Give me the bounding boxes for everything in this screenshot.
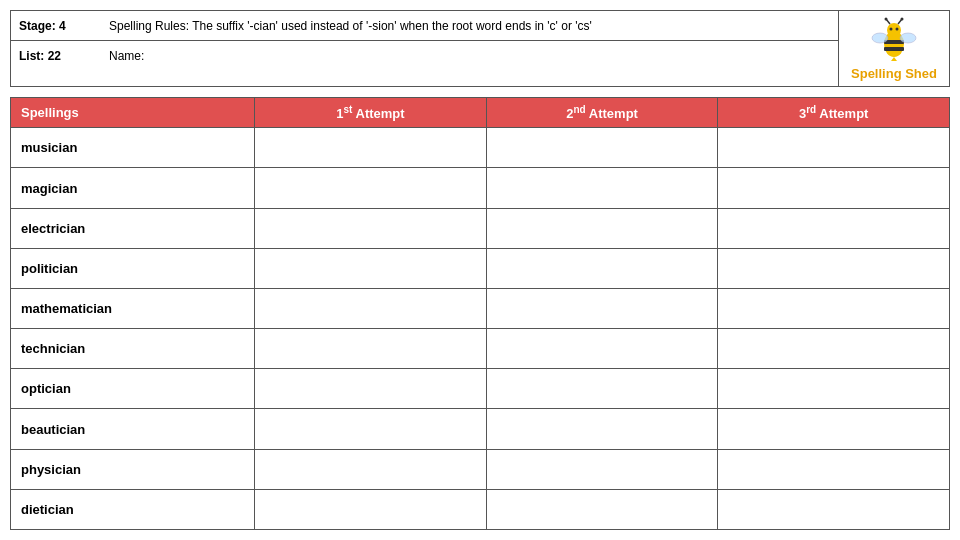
svg-point-11	[900, 33, 916, 43]
attempt1-cell	[255, 168, 487, 208]
attempt2-cell	[486, 409, 718, 449]
attempt3-cell	[718, 208, 950, 248]
attempt1-cell	[255, 449, 487, 489]
attempt2-cell	[486, 489, 718, 529]
spelling-word: electrician	[11, 208, 255, 248]
spelling-word: beautician	[11, 409, 255, 449]
spelling-word: optician	[11, 369, 255, 409]
attempt1-cell	[255, 489, 487, 529]
attempt3-cell	[718, 369, 950, 409]
table-row: dietician	[11, 489, 950, 529]
spelling-word: musician	[11, 128, 255, 168]
table-row: beautician	[11, 409, 950, 449]
attempt2-cell	[486, 168, 718, 208]
attempt3-cell	[718, 128, 950, 168]
attempt2-cell	[486, 449, 718, 489]
attempt3-cell	[718, 449, 950, 489]
logo-text: Spelling Shed	[851, 65, 937, 81]
attempt1-cell	[255, 128, 487, 168]
attempt1-cell	[255, 329, 487, 369]
table-row: magician	[11, 168, 950, 208]
attempt2-cell	[486, 288, 718, 328]
svg-point-7	[884, 18, 887, 21]
attempt2-cell	[486, 208, 718, 248]
spelling-word: mathematician	[11, 288, 255, 328]
spelling-word: politician	[11, 248, 255, 288]
spelling-rules-value: The suffix '-cian' used instead of '-sio…	[192, 19, 592, 33]
svg-marker-12	[891, 57, 897, 61]
list-label: List: 22	[19, 49, 109, 63]
spelling-rules-label: Spelling Rules:	[109, 19, 189, 33]
logo-container: Spelling Shed	[851, 16, 937, 81]
table-row: musician	[11, 128, 950, 168]
spelling-word: dietician	[11, 489, 255, 529]
table-header-row: Spellings 1st Attempt 2nd Attempt 3rd At…	[11, 98, 950, 128]
svg-point-4	[889, 28, 892, 31]
header-left: Stage: 4 Spelling Rules: The suffix '-ci…	[11, 11, 839, 86]
attempt1-cell	[255, 369, 487, 409]
attempt1-cell	[255, 409, 487, 449]
svg-point-10	[872, 33, 888, 43]
attempt3-cell	[718, 409, 950, 449]
bee-icon	[867, 16, 922, 61]
col-header-spellings: Spellings	[11, 98, 255, 128]
spelling-word: magician	[11, 168, 255, 208]
table-row: politician	[11, 248, 950, 288]
spelling-word: physician	[11, 449, 255, 489]
table-row: optician	[11, 369, 950, 409]
attempt3-cell	[718, 489, 950, 529]
stage-label: Stage: 4	[19, 19, 109, 33]
attempt3-cell	[718, 329, 950, 369]
col-header-attempt2: 2nd Attempt	[486, 98, 718, 128]
attempt3-cell	[718, 288, 950, 328]
table-row: technician	[11, 329, 950, 369]
page: Stage: 4 Spelling Rules: The suffix '-ci…	[0, 0, 960, 540]
name-label: Name:	[109, 49, 144, 63]
attempt1-cell	[255, 288, 487, 328]
header-area: Stage: 4 Spelling Rules: The suffix '-ci…	[10, 10, 950, 87]
attempt3-cell	[718, 168, 950, 208]
header-logo: Spelling Shed	[839, 11, 949, 86]
header-row-list: List: 22 Name:	[11, 41, 838, 71]
attempt2-cell	[486, 128, 718, 168]
attempt3-cell	[718, 248, 950, 288]
attempt1-cell	[255, 208, 487, 248]
svg-point-3	[887, 23, 901, 37]
header-row-stage: Stage: 4 Spelling Rules: The suffix '-ci…	[11, 11, 838, 41]
attempt1-cell	[255, 248, 487, 288]
table-row: physician	[11, 449, 950, 489]
col-header-attempt1: 1st Attempt	[255, 98, 487, 128]
attempt2-cell	[486, 248, 718, 288]
table-row: mathematician	[11, 288, 950, 328]
col-header-attempt3: 3rd Attempt	[718, 98, 950, 128]
svg-point-5	[895, 28, 898, 31]
spelling-rules-text: Spelling Rules: The suffix '-cian' used …	[109, 19, 592, 33]
svg-point-9	[900, 18, 903, 21]
attempt2-cell	[486, 369, 718, 409]
spelling-word: technician	[11, 329, 255, 369]
spelling-table: Spellings 1st Attempt 2nd Attempt 3rd At…	[10, 97, 950, 530]
svg-rect-2	[884, 47, 904, 51]
attempt2-cell	[486, 329, 718, 369]
table-row: electrician	[11, 208, 950, 248]
